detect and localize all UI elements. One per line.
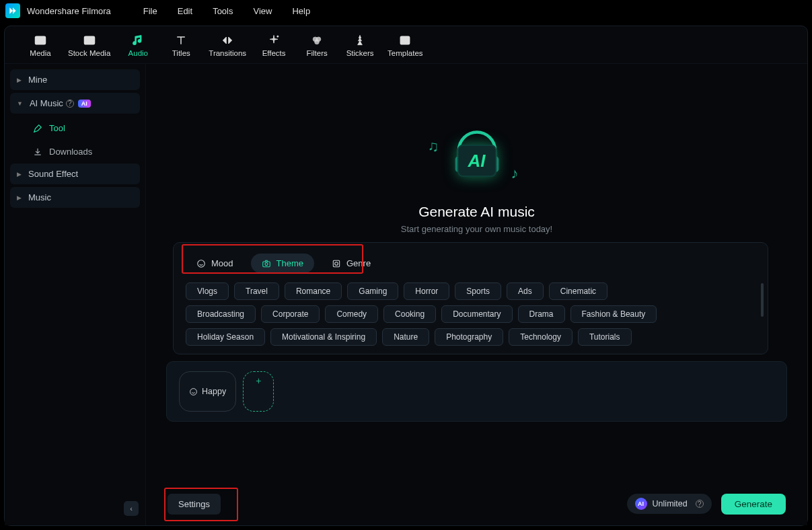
chip-nature[interactable]: Nature xyxy=(382,328,429,346)
chip-travel[interactable]: Travel xyxy=(234,282,279,300)
help-icon[interactable]: ? xyxy=(696,500,704,508)
chip-cooking[interactable]: Cooking xyxy=(383,305,436,323)
transitions-icon xyxy=(221,33,234,48)
svg-rect-7 xyxy=(401,36,410,44)
album-icon xyxy=(332,259,341,268)
scrollbar[interactable] xyxy=(761,283,764,317)
svg-point-14 xyxy=(335,262,338,265)
chip-comedy[interactable]: Comedy xyxy=(325,305,378,323)
toolbar-titles[interactable]: Titles xyxy=(165,33,196,57)
ai-music-illustration: AI ♫ ♪ xyxy=(427,123,527,197)
add-selection-button[interactable]: + xyxy=(243,371,274,412)
toolbar-stickers[interactable]: Stickers xyxy=(344,33,375,57)
chip-technology[interactable]: Technology xyxy=(509,328,573,346)
svg-point-15 xyxy=(190,388,197,395)
app-title: Wondershare Filmora xyxy=(27,6,111,16)
chip-cinematic[interactable]: Cinematic xyxy=(549,282,607,300)
sidebar-item-sound-effect[interactable]: ▶ Sound Effect xyxy=(10,163,140,184)
menu-file[interactable]: File xyxy=(143,6,157,16)
chevron-down-icon: ▼ xyxy=(17,100,23,107)
menu-edit[interactable]: Edit xyxy=(178,6,192,16)
chip-broadcasting[interactable]: Broadcasting xyxy=(186,305,256,323)
sidebar-item-music[interactable]: ▶ Music xyxy=(10,187,140,208)
ai-icon: AI xyxy=(635,498,647,510)
filters-icon xyxy=(310,33,324,48)
svg-point-3 xyxy=(277,36,279,37)
chip-photography[interactable]: Photography xyxy=(435,328,503,346)
svg-rect-13 xyxy=(333,260,339,266)
smile-icon xyxy=(196,259,206,268)
sidebar-item-tool[interactable]: Tool xyxy=(10,116,140,140)
chevron-left-icon: ‹ xyxy=(130,504,133,513)
menu-view[interactable]: View xyxy=(253,6,272,16)
menu-help[interactable]: Help xyxy=(292,6,310,16)
svg-point-6 xyxy=(315,40,320,44)
category-panel: Mood Theme Genre Vlogs Travel xyxy=(173,242,768,354)
chevron-right-icon: ▶ xyxy=(17,171,22,178)
menu-tools[interactable]: Tools xyxy=(213,6,233,16)
chip-vlogs[interactable]: Vlogs xyxy=(186,282,229,300)
text-icon xyxy=(174,33,188,48)
settings-button[interactable]: Settings xyxy=(168,494,221,515)
chip-corporate[interactable]: Corporate xyxy=(261,305,320,323)
selection-bar: Happy + xyxy=(166,361,787,422)
toolbar-templates[interactable]: Templates xyxy=(387,33,422,57)
tab-mood[interactable]: Mood xyxy=(186,254,244,273)
smile-icon xyxy=(189,387,198,396)
chevron-right-icon: ▶ xyxy=(17,194,22,201)
download-icon xyxy=(33,147,42,157)
chevron-right-icon: ▶ xyxy=(17,77,22,83)
chip-tutorials[interactable]: Tutorials xyxy=(578,328,632,346)
chip-drama[interactable]: Drama xyxy=(518,305,565,323)
music-note-icon xyxy=(131,33,145,48)
ai-badge: AI xyxy=(78,100,91,108)
tab-genre[interactable]: Genre xyxy=(321,254,381,273)
help-icon[interactable]: ? xyxy=(66,100,74,108)
toolbar-stock-media[interactable]: Stock Media xyxy=(68,33,110,57)
toolbar-media[interactable]: Media xyxy=(25,33,56,57)
chip-motivational[interactable]: Motivational & Inspiring xyxy=(270,328,377,346)
chip-sports[interactable]: Sports xyxy=(455,282,501,300)
chip-horror[interactable]: Horror xyxy=(404,282,449,300)
toolbar-audio[interactable]: Audio xyxy=(122,33,153,57)
sidebar-collapse-button[interactable]: ‹ xyxy=(124,501,139,516)
chip-romance[interactable]: Romance xyxy=(285,282,342,300)
sidebar-item-downloads[interactable]: Downloads xyxy=(10,140,140,163)
selected-chip-happy[interactable]: Happy xyxy=(179,371,236,412)
toolbar-effects[interactable]: Effects xyxy=(258,33,289,57)
page-title: Generate AI music xyxy=(418,204,535,220)
chip-ads[interactable]: Ads xyxy=(507,282,544,300)
sidebar-item-ai-music[interactable]: ▼ AI Music ? AI xyxy=(10,93,140,114)
music-note-icon: ♪ xyxy=(511,165,519,182)
toolbar-transitions[interactable]: Transitions xyxy=(209,33,246,57)
toolbar-filters[interactable]: Filters xyxy=(301,33,332,57)
chip-gaming[interactable]: Gaming xyxy=(347,282,398,300)
tab-theme[interactable]: Theme xyxy=(251,254,314,273)
picture-icon xyxy=(34,33,47,48)
chip-documentary[interactable]: Documentary xyxy=(441,305,512,323)
templates-icon xyxy=(398,33,412,48)
chip-fashion-beauty[interactable]: Fashion & Beauty xyxy=(570,305,657,323)
generate-button[interactable]: Generate xyxy=(721,494,786,515)
sparkle-icon xyxy=(267,33,281,48)
sidebar-item-mine[interactable]: ▶ Mine xyxy=(10,69,140,90)
chip-holiday-season[interactable]: Holiday Season xyxy=(186,328,265,346)
camera-icon xyxy=(262,259,271,268)
music-note-icon: ♫ xyxy=(428,138,439,155)
svg-point-12 xyxy=(264,262,267,265)
app-logo xyxy=(5,3,20,18)
unlimited-badge[interactable]: AI Unlimited ? xyxy=(627,494,712,514)
sticker-icon xyxy=(353,33,367,48)
cloud-icon xyxy=(83,33,96,48)
svg-point-10 xyxy=(198,260,205,267)
page-subtitle: Start generating your own music today! xyxy=(401,224,552,234)
pen-icon xyxy=(33,124,42,133)
